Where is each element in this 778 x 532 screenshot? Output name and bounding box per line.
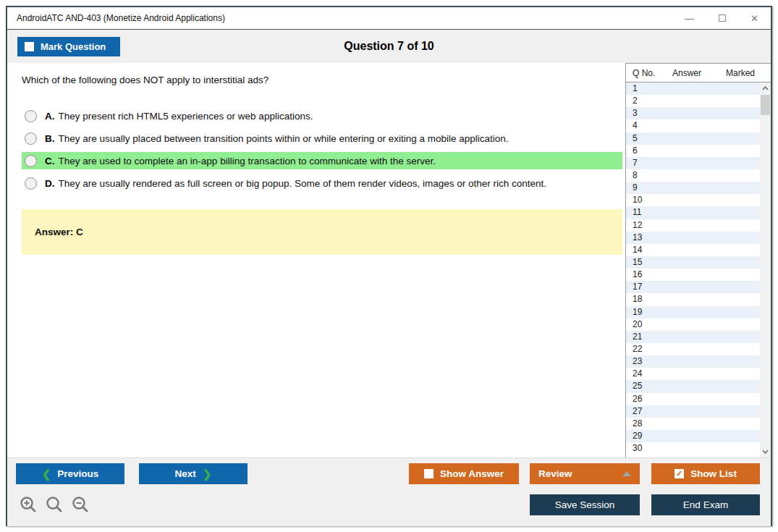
show-list-checkbox[interactable]: ✓: [675, 469, 684, 478]
qno-cell: 19: [633, 306, 671, 318]
option-d[interactable]: D. They are usually rendered as full scr…: [22, 174, 622, 192]
header-strip: Mark Question Question 7 of 10: [7, 30, 771, 63]
next-label: Next: [175, 468, 196, 479]
qno-cell: 17: [633, 281, 671, 293]
question-list-row[interactable]: 25: [626, 380, 760, 392]
option-b-radio[interactable]: [25, 132, 37, 145]
content-area: Which of the following does NOT apply to…: [7, 63, 771, 457]
marked-cell: [722, 293, 760, 305]
review-button[interactable]: Review: [530, 463, 640, 484]
answer-cell: [671, 256, 722, 269]
minimize-icon[interactable]: —: [673, 7, 706, 29]
option-d-radio[interactable]: [25, 177, 37, 190]
qno-cell: 5: [633, 132, 671, 145]
previous-button[interactable]: ❮ Previous: [16, 463, 124, 484]
option-c-radio[interactable]: [25, 155, 37, 167]
question-list-row[interactable]: 20: [626, 318, 760, 331]
question-list-row[interactable]: 29: [626, 430, 760, 442]
answer-cell: [671, 107, 722, 119]
question-list-row[interactable]: 17: [626, 281, 760, 293]
question-list-row[interactable]: 18: [626, 293, 760, 305]
question-list-row[interactable]: 19: [626, 306, 760, 318]
question-list-row[interactable]: 11: [626, 206, 760, 219]
question-list-row[interactable]: 16: [626, 269, 760, 281]
marked-cell: [722, 145, 760, 157]
question-list-row[interactable]: 21: [626, 331, 760, 343]
question-list-row[interactable]: 8: [626, 169, 760, 182]
option-c-letter: C.: [45, 156, 55, 166]
qno-cell: 24: [633, 368, 671, 380]
marked-cell: [722, 219, 760, 232]
maximize-icon[interactable]: [706, 7, 738, 29]
marked-cell: [722, 393, 760, 405]
question-list-panel: Q No. Answer Marked 1 2: [625, 63, 771, 457]
option-a-radio[interactable]: [25, 110, 37, 122]
option-c-correct[interactable]: C. They are used to complete an in-app b…: [22, 152, 622, 169]
qno-cell: 26: [633, 393, 671, 405]
question-list-row[interactable]: 3: [626, 107, 760, 119]
scroll-down-icon[interactable]: [760, 446, 771, 457]
question-list-row[interactable]: 14: [626, 244, 760, 256]
question-list-row[interactable]: 12: [626, 219, 760, 232]
window-title: AndroidATC AND-403 (Monetize Android App…: [17, 13, 225, 23]
question-text: Which of the following does NOT apply to…: [22, 75, 625, 85]
next-button[interactable]: Next ❯: [139, 463, 248, 484]
answer-cell: [671, 418, 722, 430]
question-list-row[interactable]: 24: [626, 368, 760, 380]
answer-cell: [671, 83, 722, 95]
question-list-row[interactable]: 5: [626, 132, 760, 145]
marked-cell: [722, 368, 760, 380]
question-list-row[interactable]: 4: [626, 119, 760, 132]
answer-cell: [671, 430, 722, 442]
show-list-button[interactable]: ✓ Show List: [651, 463, 760, 484]
question-list-row[interactable]: 27: [626, 405, 760, 418]
question-list-row[interactable]: 15: [626, 256, 760, 269]
answer-cell: [671, 331, 722, 343]
zoom-in-icon[interactable]: [19, 496, 38, 515]
zoom-reset-icon[interactable]: [45, 496, 64, 515]
scrollbar-thumb[interactable]: [761, 95, 770, 115]
scroll-up-icon[interactable]: [760, 83, 771, 94]
question-list-row[interactable]: 10: [626, 194, 760, 206]
mark-question-checkbox[interactable]: [25, 42, 34, 51]
answer-box: Answer: C: [22, 209, 622, 255]
mark-question-button[interactable]: Mark Question: [17, 37, 120, 56]
close-icon[interactable]: ✕: [738, 7, 771, 29]
show-answer-checkbox[interactable]: [424, 469, 434, 478]
option-a[interactable]: A. They present rich HTML5 experiences o…: [22, 107, 622, 124]
question-list-row[interactable]: 1: [626, 83, 760, 95]
show-answer-button[interactable]: Show Answer: [409, 463, 519, 484]
qno-cell: 6: [633, 145, 671, 157]
show-list-label: Show List: [690, 468, 737, 479]
save-session-label: Save Session: [555, 499, 615, 510]
qno-cell: 22: [633, 343, 671, 355]
answer-cell: [671, 269, 722, 281]
column-marked: Marked: [726, 68, 766, 78]
question-list-row[interactable]: 30: [626, 442, 760, 455]
end-exam-button[interactable]: End Exam: [651, 494, 760, 515]
qno-cell: 20: [633, 318, 671, 331]
qno-cell: 29: [633, 430, 671, 442]
marked-cell: [722, 430, 760, 442]
question-list-row[interactable]: 7: [626, 157, 760, 169]
qno-cell: 25: [633, 380, 671, 392]
marked-cell: [722, 182, 760, 194]
question-list-row[interactable]: 28: [626, 418, 760, 430]
question-list-row[interactable]: 23: [626, 355, 760, 368]
question-list-row[interactable]: 2: [626, 95, 760, 107]
zoom-out-icon[interactable]: [71, 496, 90, 515]
option-b[interactable]: B. They are usually placed between trans…: [22, 130, 622, 147]
question-list-row[interactable]: 22: [626, 343, 760, 355]
marked-cell: [722, 306, 760, 318]
question-list-row[interactable]: 13: [626, 232, 760, 244]
question-list-row[interactable]: 9: [626, 182, 760, 194]
option-d-text: They are usually rendered as full screen…: [59, 178, 547, 189]
question-list-row[interactable]: 6: [626, 145, 760, 157]
qno-cell: 18: [633, 293, 671, 305]
list-scrollbar[interactable]: [760, 83, 771, 457]
show-answer-label: Show Answer: [440, 468, 504, 479]
marked-cell: [722, 169, 760, 182]
save-session-button[interactable]: Save Session: [530, 494, 640, 515]
question-list-row[interactable]: 26: [626, 393, 760, 405]
marked-cell: [722, 355, 760, 368]
